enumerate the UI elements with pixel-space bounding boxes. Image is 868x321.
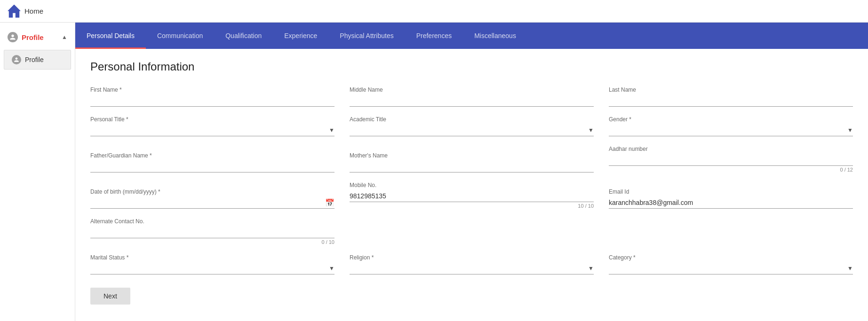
tab-bar: Personal Details Communication Qualifica…: [75, 23, 868, 49]
tab-experience[interactable]: Experience: [273, 23, 328, 49]
col-dob: Date of birth (mm/dd/yyyy) * 📅: [90, 188, 334, 209]
middle-name-input[interactable]: [350, 95, 594, 107]
dob-label: Date of birth (mm/dd/yyyy) *: [90, 188, 334, 195]
row-names: First Name * Middle Name Last Name: [90, 86, 853, 107]
sidebar: Profile ▲ Profile: [0, 23, 75, 321]
mobile-char-count: 10 / 10: [350, 203, 594, 209]
category-select[interactable]: General OBC SC ST: [609, 265, 847, 272]
user-icon: [8, 32, 18, 42]
row-contact: Date of birth (mm/dd/yyyy) * 📅 Mobile No…: [90, 182, 853, 209]
tab-physical-attributes[interactable]: Physical Attributes: [328, 23, 405, 49]
personal-title-select-wrapper: Mr. Mrs. Ms. Dr. Prof. ▼: [90, 125, 334, 136]
personal-title-dropdown-icon: ▼: [329, 127, 334, 133]
last-name-input[interactable]: [609, 95, 853, 107]
col-mother-name: Mother's Name: [350, 152, 594, 172]
col-father-name: Father/Guardian Name *: [90, 152, 334, 172]
row-alt-contact: Alternate Contact No. 0 / 10: [90, 218, 853, 245]
aadhar-label: Aadhar number: [609, 146, 853, 152]
religion-label: Religion *: [350, 254, 594, 261]
sidebar-profile-header[interactable]: Profile ▲: [0, 26, 75, 48]
col-middle-name: Middle Name: [350, 86, 594, 107]
aadhar-char-count: 0 / 12: [609, 167, 853, 172]
marital-label: Marital Status *: [90, 254, 334, 261]
row-actions: Next: [90, 284, 853, 305]
middle-name-label: Middle Name: [350, 86, 594, 93]
marital-select[interactable]: Single Married Divorced Widowed: [90, 265, 329, 272]
row-titles: Personal Title * Mr. Mrs. Ms. Dr. Prof. …: [90, 116, 853, 136]
home-label[interactable]: Home: [24, 7, 43, 15]
col-mobile: Mobile No. 10 / 10: [350, 182, 594, 209]
category-select-wrapper: General OBC SC ST ▼: [609, 263, 853, 274]
chevron-up-icon: ▲: [62, 34, 67, 40]
mobile-input[interactable]: [350, 190, 594, 202]
category-label: Category *: [609, 254, 853, 261]
gender-select-wrapper: Male Female Other ▼: [609, 125, 853, 136]
academic-title-dropdown-icon: ▼: [588, 127, 594, 133]
tab-communication[interactable]: Communication: [146, 23, 214, 49]
email-label: Email Id: [609, 188, 853, 195]
tab-preferences[interactable]: Preferences: [405, 23, 463, 49]
col-category: Category * General OBC SC ST ▼: [609, 254, 853, 274]
last-name-label: Last Name: [609, 86, 853, 93]
col-academic-title: Academic Title B.Tech M.Tech Ph.D MBA ▼: [350, 116, 594, 136]
col-email: Email Id: [609, 188, 853, 209]
calendar-icon[interactable]: 📅: [325, 198, 334, 207]
profile-item-label: Profile: [25, 56, 44, 63]
father-name-input[interactable]: [90, 161, 334, 172]
mother-name-input[interactable]: [350, 161, 594, 172]
dob-input[interactable]: [90, 197, 325, 208]
main-layout: Profile ▲ Profile Personal Details Commu…: [0, 23, 868, 321]
gender-label: Gender *: [609, 116, 853, 123]
marital-select-wrapper: Single Married Divorced Widowed ▼: [90, 263, 334, 274]
dob-date-wrapper: 📅: [90, 197, 334, 209]
category-dropdown-icon: ▼: [847, 265, 853, 272]
academic-title-select-wrapper: B.Tech M.Tech Ph.D MBA ▼: [350, 125, 594, 136]
col-last-name: Last Name: [609, 86, 853, 107]
col-gender: Gender * Male Female Other ▼: [609, 116, 853, 136]
marital-dropdown-icon: ▼: [329, 265, 334, 272]
alt-char-count: 0 / 10: [90, 239, 334, 245]
alt-contact-label: Alternate Contact No.: [90, 218, 334, 225]
col-first-name: First Name *: [90, 86, 334, 107]
col-alt-contact: Alternate Contact No. 0 / 10: [90, 218, 334, 245]
academic-title-label: Academic Title: [350, 116, 594, 123]
col-next-btn: Next: [90, 284, 130, 305]
form-area: Personal Information First Name * Middle…: [75, 49, 868, 321]
next-button[interactable]: Next: [90, 288, 130, 305]
content-area: Personal Details Communication Qualifica…: [75, 23, 868, 321]
sidebar-profile-label: Profile: [22, 33, 44, 41]
email-input[interactable]: [609, 197, 853, 209]
row-marital: Marital Status * Single Married Divorced…: [90, 254, 853, 274]
tab-miscellaneous[interactable]: Miscellaneous: [463, 23, 527, 49]
profile-item-icon: [12, 55, 21, 64]
personal-title-select[interactable]: Mr. Mrs. Ms. Dr. Prof.: [90, 126, 329, 134]
col-aadhar: Aadhar number 0 / 12: [609, 146, 853, 172]
first-name-label: First Name *: [90, 86, 334, 93]
religion-dropdown-icon: ▼: [588, 265, 594, 272]
tab-personal-details[interactable]: Personal Details: [75, 23, 146, 49]
col-religion: Religion * Hindu Muslim Christian Sikh O…: [350, 254, 594, 274]
gender-dropdown-icon: ▼: [847, 127, 853, 133]
home-icon[interactable]: [8, 5, 21, 18]
academic-title-select[interactable]: B.Tech M.Tech Ph.D MBA: [350, 126, 588, 134]
religion-select[interactable]: Hindu Muslim Christian Sikh Other: [350, 265, 588, 272]
gender-select[interactable]: Male Female Other: [609, 126, 847, 134]
alt-contact-input[interactable]: [90, 227, 334, 238]
first-name-input[interactable]: [90, 95, 334, 107]
mobile-label: Mobile No.: [350, 182, 594, 188]
father-name-label: Father/Guardian Name *: [90, 152, 334, 159]
form-title: Personal Information: [90, 60, 853, 73]
sidebar-profile-item[interactable]: Profile: [4, 50, 71, 70]
col-personal-title: Personal Title * Mr. Mrs. Ms. Dr. Prof. …: [90, 116, 334, 136]
top-nav: Home: [0, 0, 868, 23]
row-family: Father/Guardian Name * Mother's Name Aad…: [90, 146, 853, 172]
col-marital: Marital Status * Single Married Divorced…: [90, 254, 334, 274]
mother-name-label: Mother's Name: [350, 152, 594, 159]
aadhar-input[interactable]: [609, 154, 853, 166]
tab-qualification[interactable]: Qualification: [214, 23, 273, 49]
personal-title-label: Personal Title *: [90, 116, 334, 123]
religion-select-wrapper: Hindu Muslim Christian Sikh Other ▼: [350, 263, 594, 274]
